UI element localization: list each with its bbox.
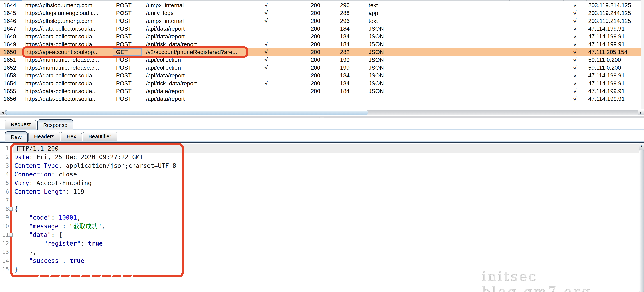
cell-ip: 47.114.199.91 [588,72,624,79]
cell-method: POST [116,80,132,87]
cell-status: 200 [311,48,320,56]
table-row-1650[interactable]: 1650https://api-account.soulapp...GET/v2… [0,48,641,56]
table-row-1651[interactable]: 1651https://mumu.nie.netease.c...POST/ap… [0,56,641,64]
cell-tls-check: √ [564,87,586,95]
cell-number: 1655 [4,87,16,95]
scroll-left-button[interactable]: ◀ [0,110,6,115]
cell-ip: 203.119.244.125 [588,9,631,17]
response-editor[interactable]: 123456789101112131415 HTTP/1.1 200Date: … [0,143,644,292]
cell-number: 1650 [4,48,16,56]
cell-tls-check: √ [564,2,586,9]
cell-host: https://data-collector.soula... [25,87,97,95]
line-number: 2 [0,153,9,161]
column-divider[interactable] [254,0,254,2]
column-divider[interactable] [113,0,113,2]
cell-tls-check: √ [564,64,586,72]
table-row-1654[interactable]: 1654https://data-collector.soula...POST/… [0,80,641,87]
column-divider[interactable] [22,0,22,2]
column-divider[interactable] [366,0,367,2]
cell-method: POST [116,95,132,103]
vertical-scrollbar-thumb[interactable] [639,150,644,292]
scroll-right-button[interactable]: ▶ [638,110,644,115]
cell-params-check: √ [254,17,279,25]
table-row-1645[interactable]: 1645https://ulogs.umengcloud.c...POST/un… [0,9,641,17]
cell-ip: 47.114.199.91 [588,80,624,87]
cell-path: /api/data/report [146,72,185,79]
table-horizontal-scrollbar[interactable]: ◀ ▶ [0,110,644,115]
cell-number: 1651 [4,56,16,64]
cell-ip: 203.119.214.125 [588,17,631,25]
cell-params-check: √ [254,80,279,87]
cell-length: 184 [340,72,350,79]
tab-request[interactable]: Request [5,120,36,129]
line-number: 8 [0,205,9,213]
cell-path: /api/data/report [146,25,185,33]
cell-host: https://data-collector.soula... [25,80,97,87]
tab-hex[interactable]: Hex [61,132,82,141]
table-row-1652[interactable]: 1652https://mumu.nie.netease.c...POST/ap… [0,64,641,72]
code-line-9: "code": 10001, [14,213,81,222]
cell-host: https://plbslog.umeng.com [25,2,92,9]
cell-number: 1647 [4,25,16,33]
cell-status: 200 [311,80,320,87]
table-row-1647[interactable]: 1647https://data-collector.soula...POST/… [0,25,641,33]
line-number: 7 [0,196,9,205]
cell-mime: JSON [368,87,384,95]
cell-tls-check: √ [564,33,586,40]
cell-mime: JSON [368,80,384,87]
cell-method: POST [116,25,132,33]
tab-raw[interactable]: Raw [5,131,28,142]
column-divider[interactable] [142,0,142,2]
cell-length: 184 [340,25,350,33]
column-divider[interactable] [279,0,279,2]
cell-status: 200 [311,41,320,48]
tab-response[interactable]: Response [37,119,73,130]
cell-tls-check: √ [564,9,586,17]
column-divider[interactable] [436,0,436,2]
cell-path: /api/collection [146,56,181,64]
cell-status: 200 [311,56,320,64]
table-row-1648[interactable]: 1648https://data-collector.soula...POST/… [0,33,641,41]
table-header-strip[interactable] [0,0,641,2]
focused-cell-outline [113,48,142,56]
column-divider[interactable] [509,0,510,2]
column-divider[interactable] [586,0,587,2]
table-row-1655[interactable]: 1655https://data-collector.soula...POST/… [0,87,641,95]
split-pane-divider[interactable] [0,116,644,118]
cell-tls-check: √ [564,25,586,33]
cell-number: 1644 [4,2,16,9]
table-row-1656[interactable]: 1656https://data-collector.soula...POST/… [0,95,641,103]
sorted-column-indicator [10,0,22,2]
proxy-history-table[interactable]: 1644https://plbslog.umeng.comPOST/umpx_i… [0,0,644,109]
fold-marker-icon[interactable] [9,207,12,211]
cell-path: /v2/account/phoneRegistered?are... [146,48,237,56]
table-row-1646[interactable]: 1646https://plbslog.umeng.comPOST/umpx_i… [0,17,641,25]
cell-mime: JSON [368,25,384,33]
cell-tls-check: √ [564,95,586,103]
table-row-1653[interactable]: 1653https://data-collector.soula...POST/… [0,72,641,80]
cell-tls-check: √ [564,48,586,56]
column-divider[interactable] [308,0,308,2]
code-line-12: "register": true [14,239,103,248]
horizontal-scrollbar-thumb[interactable] [5,110,368,115]
scroll-up-button[interactable]: ▲ [639,143,644,150]
cell-params-check: √ [254,64,279,72]
line-number: 15 [0,265,9,274]
table-vertical-scrollbar-track[interactable] [641,0,644,109]
column-divider[interactable] [564,0,564,2]
table-row-1649[interactable]: 1649https://data-collector.soula...POST/… [0,41,641,48]
cell-path: /api/risk_data/report [146,41,197,48]
editor-vertical-scrollbar[interactable]: ▲ [638,143,644,292]
table-row-1644[interactable]: 1644https://plbslog.umeng.comPOST/umpx_i… [0,2,641,9]
code-line-5: Vary: Accept-Encoding [14,179,92,187]
cell-host: https://plbslog.umeng.com [25,17,92,25]
column-divider[interactable] [396,0,396,2]
tab-beautifier[interactable]: Beautifier [83,132,117,141]
cell-method: POST [116,33,132,40]
cell-mime: JSON [368,48,384,56]
fold-marker-icon[interactable] [9,233,12,237]
column-divider[interactable] [338,0,338,2]
current-line-highlight [13,144,638,153]
cell-path: /api/collection [146,64,181,72]
tab-headers[interactable]: Headers [28,132,60,141]
